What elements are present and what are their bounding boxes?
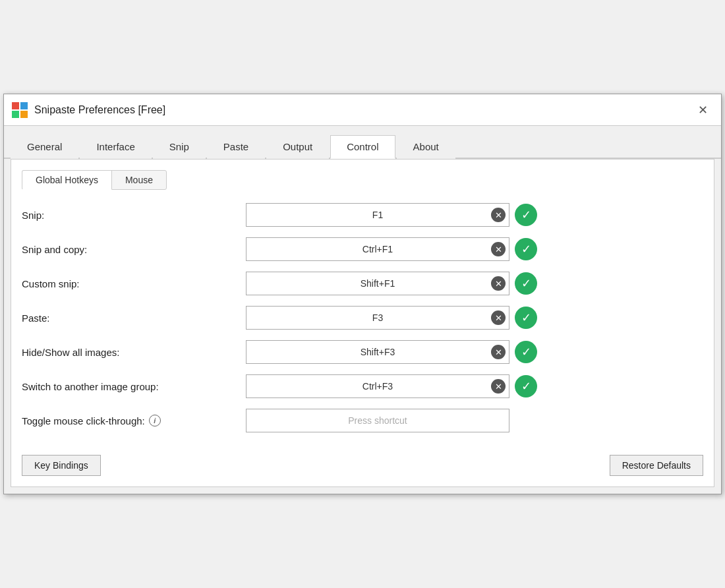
hotkey-box-hide-show: ✕ <box>246 340 509 364</box>
confirm-custom-snip-button[interactable]: ✓ <box>515 272 537 295</box>
clear-paste-button[interactable]: ✕ <box>491 310 506 325</box>
hotkey-box-snip-copy: ✕ <box>246 237 509 261</box>
preferences-window: Snipaste Preferences [Free] ✕ General In… <box>3 94 722 494</box>
hotkey-row-paste: Paste: ✕ ✓ <box>22 306 703 330</box>
hotkey-field-hide-show[interactable] <box>246 340 509 364</box>
tab-general[interactable]: General <box>11 135 78 159</box>
hotkey-box-snip: ✕ <box>246 203 509 227</box>
hotkey-input-wrap-hide-show: ✕ ✓ <box>246 340 537 364</box>
hotkey-input-wrap-switch-group: ✕ ✓ <box>246 374 537 398</box>
clear-snip-copy-button[interactable]: ✕ <box>491 242 506 256</box>
hotkey-box-toggle <box>246 409 509 432</box>
hotkey-input-wrap-paste: ✕ ✓ <box>246 306 537 330</box>
logo-blue <box>20 102 28 109</box>
hotkey-row-switch-group: Switch to another image group: ✕ ✓ <box>22 374 703 398</box>
confirm-snip-copy-button[interactable]: ✓ <box>515 238 537 260</box>
logo-green <box>12 111 19 118</box>
restore-defaults-button[interactable]: Restore Defaults <box>610 455 703 476</box>
confirm-snip-button[interactable]: ✓ <box>515 204 537 226</box>
tab-control[interactable]: Control <box>330 135 395 159</box>
hotkey-label-paste: Paste: <box>22 312 246 324</box>
info-icon: i <box>149 415 161 426</box>
hotkey-box-switch-group: ✕ <box>246 374 509 398</box>
window-title: Snipaste Preferences [Free] <box>34 104 165 116</box>
sub-tab-mouse[interactable]: Mouse <box>111 170 167 190</box>
sub-tab-global-hotkeys[interactable]: Global Hotkeys <box>22 170 112 190</box>
title-bar-left: Snipaste Preferences [Free] <box>12 102 165 118</box>
hotkey-field-snip-copy[interactable] <box>246 237 509 261</box>
hotkey-field-paste[interactable] <box>246 306 509 330</box>
hotkey-row-snip: Snip: ✕ ✓ <box>22 203 703 227</box>
confirm-paste-button[interactable]: ✓ <box>515 307 537 329</box>
hotkey-row-toggle-click-through: Toggle mouse click-through: i <box>22 409 703 432</box>
confirm-hide-show-button[interactable]: ✓ <box>515 341 537 363</box>
hotkey-label-hide-show: Hide/Show all images: <box>22 347 246 358</box>
hotkey-row-custom-snip: Custom snip: ✕ ✓ <box>22 272 703 295</box>
hotkey-label-snip: Snip: <box>22 210 246 221</box>
hotkey-input-wrap-snip: ✕ ✓ <box>246 203 537 227</box>
sub-tab-bar: Global Hotkeys Mouse <box>22 170 703 190</box>
hotkey-field-toggle[interactable] <box>246 409 509 432</box>
close-button[interactable]: ✕ <box>692 100 713 121</box>
hotkey-input-wrap-snip-copy: ✕ ✓ <box>246 237 537 261</box>
clear-snip-button[interactable]: ✕ <box>491 208 506 222</box>
hotkey-field-snip[interactable] <box>246 203 509 227</box>
hotkey-field-switch-group[interactable] <box>246 374 509 398</box>
tab-snip[interactable]: Snip <box>153 135 206 159</box>
tab-interface[interactable]: Interface <box>80 135 151 159</box>
clear-switch-group-button[interactable]: ✕ <box>491 379 506 394</box>
hotkey-input-wrap-toggle <box>246 409 509 432</box>
logo-red <box>12 102 19 109</box>
hotkey-row-snip-copy: Snip and copy: ✕ ✓ <box>22 237 703 261</box>
hotkey-input-wrap-custom-snip: ✕ ✓ <box>246 272 537 295</box>
bottom-bar: Key Bindings Restore Defaults <box>22 448 703 476</box>
app-logo <box>12 102 28 118</box>
key-bindings-button[interactable]: Key Bindings <box>22 455 101 476</box>
hotkey-field-custom-snip[interactable] <box>246 272 509 295</box>
clear-custom-snip-button[interactable]: ✕ <box>491 276 506 291</box>
hotkey-label-switch-group: Switch to another image group: <box>22 381 246 392</box>
tab-bar: General Interface Snip Paste Output Cont… <box>4 126 721 159</box>
main-content: Global Hotkeys Mouse Snip: ✕ ✓ Snip and … <box>11 159 714 487</box>
tab-output[interactable]: Output <box>266 135 329 159</box>
tab-about[interactable]: About <box>397 135 455 159</box>
logo-yellow <box>20 111 28 118</box>
title-bar: Snipaste Preferences [Free] ✕ <box>4 94 721 126</box>
hotkey-box-custom-snip: ✕ <box>246 272 509 295</box>
hotkey-box-paste: ✕ <box>246 306 509 330</box>
tab-paste[interactable]: Paste <box>207 135 265 159</box>
label-text-toggle: Toggle mouse click-through: <box>22 415 145 426</box>
hotkey-label-snip-copy: Snip and copy: <box>22 244 246 255</box>
hotkey-label-toggle-click-through: Toggle mouse click-through: i <box>22 415 246 426</box>
clear-hide-show-button[interactable]: ✕ <box>491 345 506 359</box>
confirm-switch-group-button[interactable]: ✓ <box>515 375 537 397</box>
hotkey-label-custom-snip: Custom snip: <box>22 278 246 289</box>
hotkey-row-hide-show: Hide/Show all images: ✕ ✓ <box>22 340 703 364</box>
